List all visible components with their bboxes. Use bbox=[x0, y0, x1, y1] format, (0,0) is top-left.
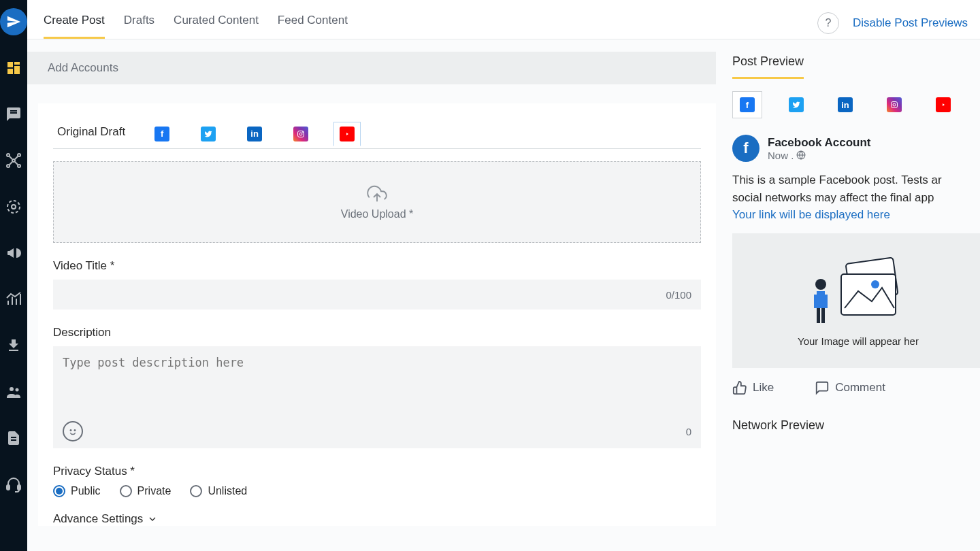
add-accounts-bar[interactable]: Add Accounts bbox=[27, 52, 716, 84]
globe-icon bbox=[796, 150, 806, 160]
svg-point-34 bbox=[871, 280, 879, 288]
privacy-option-public[interactable]: Public bbox=[53, 485, 101, 497]
sidebar-support-icon[interactable] bbox=[0, 471, 27, 498]
advance-settings-toggle[interactable]: Advance Settings bbox=[53, 512, 701, 526]
video-title-counter: 0/100 bbox=[666, 289, 691, 301]
svg-rect-37 bbox=[814, 295, 818, 308]
privacy-unlisted-label: Unlisted bbox=[208, 485, 247, 497]
privacy-status-label: Privacy Status * bbox=[53, 465, 701, 478]
svg-rect-33 bbox=[841, 274, 896, 315]
tab-feed-content[interactable]: Feed Content bbox=[278, 7, 348, 39]
svg-rect-21 bbox=[7, 485, 10, 490]
video-title-label: Video Title * bbox=[53, 259, 701, 273]
svg-line-10 bbox=[15, 156, 18, 159]
tab-create-post[interactable]: Create Post bbox=[44, 7, 105, 39]
upload-label: Video Upload * bbox=[341, 208, 413, 220]
draft-tab-linkedin[interactable]: in bbox=[241, 121, 268, 146]
svg-point-19 bbox=[10, 387, 14, 391]
chevron-down-icon bbox=[147, 514, 158, 524]
like-label: Like bbox=[753, 381, 774, 395]
preview-social-tabs: f in bbox=[732, 91, 980, 118]
draft-tab-instagram[interactable] bbox=[287, 121, 314, 146]
svg-point-35 bbox=[815, 279, 826, 290]
svg-line-9 bbox=[10, 156, 12, 159]
disable-previews-link[interactable]: Disable Post Previews bbox=[853, 16, 968, 30]
preview-tab-facebook[interactable]: f bbox=[732, 91, 762, 118]
svg-rect-2 bbox=[14, 66, 20, 74]
svg-rect-3 bbox=[7, 69, 13, 74]
draft-tab-facebook[interactable]: f bbox=[148, 121, 176, 146]
topbar: Create Post Drafts Curated Content Feed … bbox=[27, 0, 980, 39]
svg-rect-0 bbox=[7, 62, 13, 67]
comment-button[interactable]: Comment bbox=[815, 380, 885, 395]
privacy-option-unlisted[interactable]: Unlisted bbox=[190, 485, 247, 497]
sidebar-analytics-icon[interactable] bbox=[0, 286, 27, 313]
tab-drafts[interactable]: Drafts bbox=[124, 7, 154, 39]
privacy-private-label: Private bbox=[137, 485, 172, 497]
sidebar-connections-icon[interactable] bbox=[0, 147, 27, 174]
preview-tab-linkedin[interactable]: in bbox=[830, 91, 860, 118]
sidebar-users-icon[interactable] bbox=[0, 378, 27, 405]
advance-settings-label: Advance Settings bbox=[53, 512, 143, 526]
sidebar-dashboard-icon[interactable] bbox=[0, 54, 27, 82]
comment-label: Comment bbox=[835, 381, 885, 395]
sidebar-messages-icon[interactable] bbox=[0, 101, 27, 128]
draft-tab-youtube[interactable] bbox=[333, 122, 361, 146]
preview-panel: Post Preview f in f Facebook Account Now… bbox=[716, 39, 980, 551]
svg-point-24 bbox=[299, 133, 302, 135]
image-placeholder-illustration bbox=[807, 254, 909, 329]
svg-line-12 bbox=[15, 162, 18, 165]
svg-point-25 bbox=[303, 131, 304, 132]
preview-tab-twitter[interactable] bbox=[781, 91, 811, 118]
tab-curated-content[interactable]: Curated Content bbox=[174, 7, 259, 39]
svg-point-26 bbox=[70, 430, 71, 431]
cloud-upload-icon bbox=[364, 184, 390, 204]
help-button[interactable]: ? bbox=[817, 12, 839, 34]
left-sidebar bbox=[0, 0, 27, 551]
svg-point-14 bbox=[12, 205, 16, 209]
preview-tab-instagram[interactable] bbox=[879, 91, 909, 118]
svg-point-6 bbox=[18, 154, 20, 156]
svg-point-8 bbox=[18, 165, 20, 167]
sidebar-download-icon[interactable] bbox=[0, 332, 27, 359]
preview-timestamp: Now . bbox=[768, 150, 870, 161]
facebook-avatar-icon: f bbox=[732, 135, 760, 162]
video-title-input[interactable] bbox=[63, 288, 666, 301]
main-tabs: Create Post Drafts Curated Content Feed … bbox=[44, 7, 348, 39]
sidebar-target-icon[interactable] bbox=[0, 193, 27, 220]
svg-rect-38 bbox=[823, 295, 828, 308]
sidebar-document-icon[interactable] bbox=[0, 424, 27, 452]
svg-rect-39 bbox=[817, 308, 820, 323]
thumbs-up-icon bbox=[732, 380, 747, 395]
svg-point-5 bbox=[7, 154, 10, 156]
app-logo[interactable] bbox=[0, 8, 27, 35]
preview-image-caption: Your Image will appear her bbox=[798, 335, 919, 347]
draft-tab-twitter[interactable] bbox=[195, 121, 222, 146]
privacy-public-label: Public bbox=[71, 485, 101, 497]
sidebar-megaphone-icon[interactable] bbox=[0, 239, 27, 267]
emoji-picker-button[interactable] bbox=[63, 421, 83, 441]
svg-line-11 bbox=[10, 162, 12, 165]
preview-link-placeholder: Your link will be displayed here bbox=[732, 208, 890, 221]
description-textarea[interactable] bbox=[63, 356, 691, 417]
original-draft-tab[interactable]: Original Draft bbox=[53, 118, 129, 148]
editor-card: Original Draft f in Video Upload * Video… bbox=[38, 103, 716, 526]
video-title-input-wrap: 0/100 bbox=[53, 280, 701, 310]
preview-image-placeholder: Your Image will appear her bbox=[732, 233, 980, 368]
like-button[interactable]: Like bbox=[732, 380, 774, 395]
svg-point-4 bbox=[12, 159, 15, 162]
post-preview-title: Post Preview bbox=[732, 54, 804, 79]
preview-account-name: Facebook Account bbox=[768, 136, 870, 150]
comment-icon bbox=[815, 380, 830, 395]
preview-actions: Like Comment bbox=[732, 380, 980, 395]
privacy-option-private[interactable]: Private bbox=[120, 485, 172, 497]
video-upload-dropzone[interactable]: Video Upload * bbox=[53, 161, 701, 243]
preview-tab-youtube[interactable] bbox=[928, 91, 958, 118]
svg-point-27 bbox=[74, 430, 76, 431]
network-preview-title: Network Preview bbox=[732, 418, 980, 433]
privacy-radio-group: Public Private Unlisted bbox=[53, 485, 701, 497]
svg-point-29 bbox=[893, 103, 896, 106]
description-counter: 0 bbox=[686, 426, 691, 437]
svg-point-13 bbox=[7, 201, 20, 213]
description-label: Description bbox=[53, 326, 701, 339]
